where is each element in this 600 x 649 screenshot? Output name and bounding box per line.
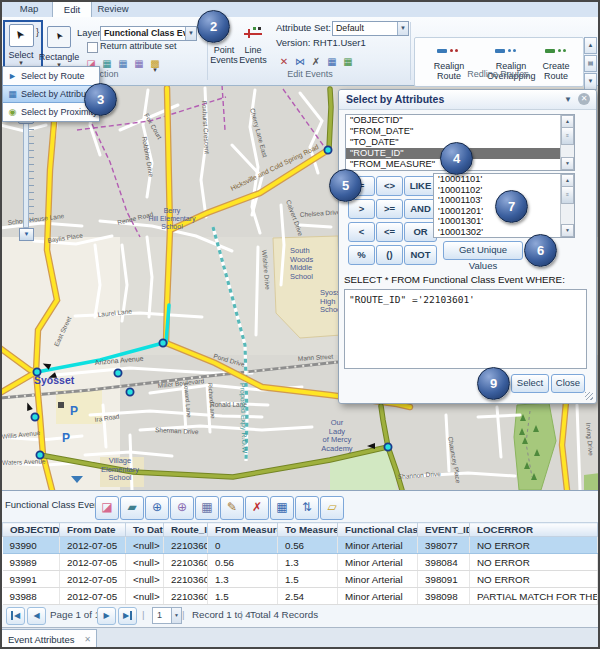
- select-tool-icon[interactable]: ➤ }: [9, 24, 34, 47]
- column-header-route_id[interactable]: Route_ID: [164, 523, 208, 537]
- table-cell[interactable]: 1.3: [278, 554, 338, 571]
- table-cell[interactable]: 1.5: [278, 571, 338, 588]
- column-header-from-date[interactable]: From Date: [60, 523, 126, 537]
- pan-to-selection-button[interactable]: ⊕: [170, 496, 194, 520]
- table-cell[interactable]: 93990: [3, 537, 60, 554]
- scroll-up-icon[interactable]: ▲: [584, 37, 597, 54]
- table-row[interactable]: 939882012-07-05<null>221036011.52.54Mino…: [3, 588, 598, 605]
- zoom-to-selection-button[interactable]: ⊕: [145, 496, 169, 520]
- close-dialog-button[interactable]: Close: [551, 374, 585, 393]
- column-header-locerror[interactable]: LOCERROR: [470, 523, 598, 537]
- route-vertex-marker[interactable]: [126, 388, 133, 395]
- table-cell[interactable]: 93988: [3, 588, 60, 605]
- operator-button->=[interactable]: >=: [376, 199, 403, 219]
- table-cell[interactable]: 93991: [3, 571, 60, 588]
- column-header-from-measure[interactable]: From Measure: [208, 523, 278, 537]
- line-events-button[interactable]: Line Events: [234, 45, 272, 65]
- dialog-titlebar[interactable]: Select by Attributes ▼ ✕: [339, 90, 596, 110]
- table-cell[interactable]: 93989: [3, 554, 60, 571]
- zoom-out-button[interactable]: ▼: [19, 228, 34, 241]
- close-icon[interactable]: ✕: [578, 93, 590, 105]
- table-cell[interactable]: 398091: [418, 571, 470, 588]
- column-header-event_id[interactable]: EVENT_ID: [418, 523, 470, 537]
- operator-button-()[interactable]: (): [376, 245, 403, 265]
- table-cell[interactable]: Minor Arterial: [338, 554, 418, 571]
- close-icon[interactable]: ✕: [84, 630, 91, 649]
- event-table-icon[interactable]: ▦: [341, 55, 355, 68]
- table-cell[interactable]: 2012-07-05: [60, 537, 126, 554]
- table-cell[interactable]: NO ERROR: [470, 537, 598, 554]
- route-vertex-marker[interactable]: [114, 369, 121, 376]
- table-cell[interactable]: <null>: [126, 554, 164, 571]
- sort-button[interactable]: ⇅: [295, 496, 319, 520]
- clear-selection-button[interactable]: ◪: [95, 496, 119, 520]
- tab-event-attributes[interactable]: Event Attributes ✕: [1, 629, 97, 649]
- query-textbox[interactable]: "ROUTE_ID" ='22103601': [344, 289, 587, 369]
- operator-button-%[interactable]: %: [348, 245, 375, 265]
- table-row[interactable]: 939912012-07-05<null>221036011.31.5Minor…: [3, 571, 598, 588]
- table-cell[interactable]: 398084: [418, 554, 470, 571]
- create-route-button[interactable]: Create Route: [537, 61, 575, 81]
- operator-button-<>[interactable]: <>: [376, 176, 403, 196]
- resize-grip[interactable]: [585, 392, 593, 400]
- chevron-down-icon[interactable]: ▼: [564, 95, 572, 104]
- menu-item-select-by-route[interactable]: ►Select by Route: [3, 67, 99, 85]
- column-header-to-measure[interactable]: To Measure: [278, 523, 338, 537]
- route-vertex-marker[interactable]: [384, 443, 391, 450]
- selection-more-caret[interactable]: ▾: [148, 67, 162, 73]
- scroll-down-icon[interactable]: ▼: [561, 157, 574, 170]
- attribute-set-combobox[interactable]: Default ▼: [332, 21, 409, 36]
- map-zoom-slider[interactable]: ▼: [18, 112, 34, 242]
- route-vertex-marker[interactable]: [159, 339, 166, 346]
- scroll-thumb-icon[interactable]: ▤: [584, 55, 597, 72]
- value-item[interactable]: '10001101': [434, 174, 574, 185]
- column-header-objectid[interactable]: OBJECTID: [3, 523, 60, 537]
- layer-combobox[interactable]: Functional Class Event ▼: [100, 26, 197, 41]
- operator-button-<[interactable]: <: [348, 222, 375, 242]
- table-cell[interactable]: Minor Arterial: [338, 571, 418, 588]
- split-event-icon[interactable]: ✕: [277, 55, 291, 68]
- save-edits-button[interactable]: ▦: [195, 496, 219, 520]
- rectangle-tool-icon[interactable]: ➤: [47, 26, 71, 48]
- field-item[interactable]: "OBJECTID": [346, 115, 574, 126]
- chevron-down-icon[interactable]: ▼: [397, 22, 408, 35]
- table-row[interactable]: 939892012-07-05<null>221036010.561.3Mino…: [3, 554, 598, 571]
- tab-edit[interactable]: Edit: [52, 0, 92, 18]
- table-cell[interactable]: <null>: [126, 537, 164, 554]
- previous-page-button[interactable]: ◀: [27, 607, 46, 625]
- table-cell[interactable]: 398077: [418, 537, 470, 554]
- show-selection-button[interactable]: ▰: [120, 496, 144, 520]
- edit-attributes-button[interactable]: ✎: [220, 496, 244, 520]
- return-attribute-set-checkbox[interactable]: [87, 42, 98, 53]
- table-cell[interactable]: 1.3: [208, 571, 278, 588]
- scroll-down-icon[interactable]: ▼: [561, 224, 574, 237]
- first-page-button[interactable]: ◀: [6, 607, 25, 625]
- scroll-thumb[interactable]: ≡: [561, 186, 574, 204]
- table-cell[interactable]: NO ERROR: [470, 554, 598, 571]
- chevron-down-icon[interactable]: ▼: [171, 608, 181, 623]
- column-header-functional-class[interactable]: Functional Class: [338, 523, 418, 537]
- route-vertex-marker[interactable]: [31, 413, 38, 420]
- merge-event-icon[interactable]: ⋈: [293, 55, 307, 68]
- route-vertex-marker[interactable]: [324, 146, 331, 153]
- ribbon-scroll-widget[interactable]: ▲ ▤ ▼: [584, 37, 597, 85]
- fields-scrollbar[interactable]: ▲ ≡ ▼: [560, 115, 574, 170]
- table-cell[interactable]: 22103601: [164, 554, 208, 571]
- table-cell[interactable]: 2012-07-05: [60, 588, 126, 605]
- table-cell[interactable]: <null>: [126, 571, 164, 588]
- operator-button->[interactable]: >: [348, 199, 375, 219]
- scroll-down-icon[interactable]: ▼: [584, 73, 597, 90]
- last-page-button[interactable]: ▶: [118, 607, 137, 625]
- table-cell[interactable]: 22103601: [164, 571, 208, 588]
- delete-selected-button[interactable]: ✗: [245, 496, 269, 520]
- operator-button-NOT[interactable]: NOT: [404, 245, 437, 265]
- table-row[interactable]: 939902012-07-05<null>2210360100.56Minor …: [3, 537, 598, 554]
- table-cell[interactable]: Minor Arterial: [338, 588, 418, 605]
- table-cell[interactable]: 398098: [418, 588, 470, 605]
- page-number-combobox[interactable]: 1 ▼: [152, 607, 182, 624]
- table-cell[interactable]: 0: [208, 537, 278, 554]
- table-cell[interactable]: 2012-07-05: [60, 571, 126, 588]
- attribute-grid-button[interactable]: ▦: [270, 496, 294, 520]
- table-cell[interactable]: 2012-07-05: [60, 554, 126, 571]
- operator-button-<=[interactable]: <=: [376, 222, 403, 242]
